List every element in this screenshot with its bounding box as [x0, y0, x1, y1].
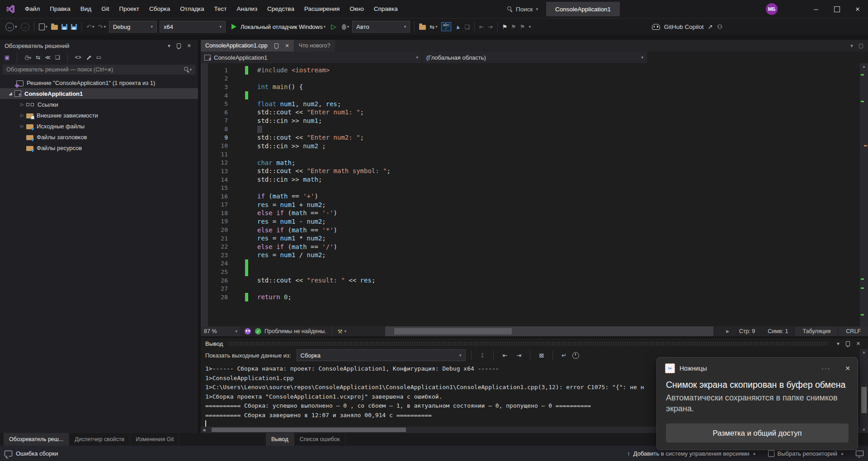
- solution-search-input[interactable]: Обозреватель решений — поиск (Ctrl+ж) ▾: [3, 65, 195, 75]
- tool-tab[interactable]: Список ошибок: [294, 433, 346, 446]
- platform-dropdown[interactable]: x64▾: [160, 21, 226, 33]
- add-to-source-control-button[interactable]: ↑ Добавить в систему управления версиями…: [627, 450, 756, 457]
- expander-icon[interactable]: ▷: [18, 124, 26, 128]
- search-box[interactable]: Поиск ▾: [507, 0, 538, 18]
- menu-item[interactable]: Отладка: [175, 0, 209, 18]
- zoom-dropdown[interactable]: 87 % ▾: [201, 326, 241, 336]
- close-button[interactable]: ✕: [847, 0, 868, 18]
- pending-changes-filter-icon[interactable]: ◷▾: [24, 54, 31, 61]
- next-message-icon[interactable]: ⇥: [513, 352, 524, 359]
- global-scope-dropdown[interactable]: (Глобальная область) ▾: [423, 52, 648, 63]
- menu-item[interactable]: Правка: [45, 0, 75, 18]
- line-indicator[interactable]: Стр: 9: [733, 328, 762, 334]
- tool-tab[interactable]: Диспетчер свойств: [69, 433, 130, 446]
- navigate-forward-button[interactable]: →: [19, 21, 31, 33]
- panel-menu-chevron-icon[interactable]: ▾: [165, 43, 174, 49]
- pin-icon[interactable]: [846, 341, 850, 346]
- watch-dropdown[interactable]: Авто▾: [352, 21, 410, 33]
- copy-icon[interactable]: ❏: [55, 54, 60, 61]
- sync-namespaces-button[interactable]: ⇆▾: [428, 21, 439, 33]
- save-button[interactable]: [60, 21, 69, 33]
- close-icon[interactable]: ✕: [845, 365, 850, 372]
- output-vertical-scrollbar[interactable]: ▲ ▼: [860, 349, 868, 433]
- menu-item[interactable]: Тест: [209, 0, 232, 18]
- tree-item[interactable]: ▷Внешние зависимости: [0, 110, 198, 121]
- live-share-icon[interactable]: ⚇: [717, 23, 722, 30]
- spell-checker-toggle[interactable]: abc✓: [439, 21, 453, 33]
- switch-views-icon[interactable]: ▣: [5, 54, 9, 61]
- sync-with-active-document-icon[interactable]: ⇆: [36, 54, 40, 61]
- markup-share-button[interactable]: Разметка и общий доступ: [666, 423, 849, 442]
- collapse-all-icon[interactable]: ≪: [45, 54, 51, 61]
- increase-indent-button[interactable]: ⇥: [486, 21, 495, 33]
- scroll-up-icon[interactable]: ▲: [860, 64, 868, 69]
- tree-item[interactable]: ▷Исходные файлы: [0, 121, 198, 132]
- close-icon[interactable]: ✕: [184, 43, 194, 49]
- minimize-button[interactable]: ─: [806, 0, 826, 18]
- tool-tab[interactable]: Изменения Git: [130, 433, 179, 446]
- find-in-files-button[interactable]: [417, 21, 428, 33]
- undo-button[interactable]: ↶▾: [85, 21, 96, 33]
- panel-menu-chevron-icon[interactable]: ▾: [834, 341, 843, 347]
- close-icon[interactable]: ✕: [285, 43, 289, 49]
- menu-item[interactable]: Вид: [75, 0, 96, 18]
- menu-item[interactable]: Окно: [344, 0, 368, 18]
- save-all-button[interactable]: [69, 21, 79, 33]
- menu-item[interactable]: Сборка: [144, 0, 175, 18]
- scroll-down-icon[interactable]: ▼: [860, 428, 868, 432]
- prev-bookmark-button[interactable]: ⚑: [509, 21, 518, 33]
- feedback-monitor-icon[interactable]: [856, 451, 863, 456]
- expander-icon[interactable]: ▷: [18, 113, 26, 118]
- chevron-down-icon[interactable]: ▾: [850, 43, 853, 49]
- output-source-dropdown[interactable]: Сборка ▾: [297, 349, 466, 361]
- user-avatar[interactable]: МБ: [766, 3, 778, 15]
- eol-indicator[interactable]: CRLF: [839, 326, 868, 336]
- toolbar-overflow-button[interactable]: ▾: [527, 21, 533, 33]
- word-wrap-icon[interactable]: ↵: [558, 352, 570, 359]
- copilot-status-icon[interactable]: [245, 328, 251, 334]
- code-editor[interactable]: 1#include <iostream>23int main() {45floa…: [201, 63, 860, 326]
- tool-tab[interactable]: Вывод: [266, 433, 294, 446]
- problems-status[interactable]: Проблемы не найдены.: [264, 328, 326, 334]
- editor-horizontal-scrollbar[interactable]: [385, 326, 713, 336]
- tree-item[interactable]: ◢ConsoleApplication1: [0, 88, 198, 99]
- pin-icon[interactable]: [177, 43, 181, 48]
- menu-item[interactable]: Файл: [20, 0, 45, 18]
- share-icon[interactable]: ↗: [708, 23, 713, 30]
- configuration-dropdown[interactable]: Debug▾: [109, 21, 157, 33]
- editor-tab[interactable]: Что нового?: [294, 40, 335, 52]
- menu-item[interactable]: Средства: [262, 0, 299, 18]
- code-cleanup-icon[interactable]: ⚒: [338, 328, 343, 335]
- menu-item[interactable]: Расширения: [299, 0, 345, 18]
- close-icon[interactable]: ✕: [853, 341, 863, 347]
- tree-item[interactable]: Файлы заголовков: [0, 132, 198, 142]
- tree-item[interactable]: Файлы ресурсов: [0, 142, 198, 153]
- new-project-button[interactable]: ▾: [37, 21, 50, 33]
- scroll-right-icon[interactable]: ▶: [723, 326, 733, 336]
- start-without-debugging-button[interactable]: ▷: [327, 21, 340, 33]
- editor-vertical-scrollbar[interactable]: ▲ ▼: [860, 63, 868, 336]
- tabs-spaces-indicator[interactable]: Табуляция: [795, 326, 838, 336]
- expander-icon[interactable]: ◢: [6, 91, 14, 96]
- open-file-button[interactable]: [49, 21, 60, 33]
- column-indicator[interactable]: Симв: 1: [761, 328, 794, 334]
- drag-grip[interactable]: [228, 342, 828, 345]
- tree-item[interactable]: Решение "ConsoleApplication1" (1 проекта…: [0, 77, 198, 88]
- menu-item[interactable]: Анализ: [232, 0, 263, 18]
- scrollbar-thumb[interactable]: [394, 328, 512, 334]
- clear-all-icon[interactable]: ⊠: [536, 352, 547, 359]
- previous-message-icon[interactable]: ⇤: [499, 352, 510, 359]
- redo-button[interactable]: ↷▾: [96, 21, 108, 33]
- hot-reload-button[interactable]: ▾: [340, 21, 351, 33]
- pin-icon[interactable]: [274, 43, 278, 48]
- menu-item[interactable]: Git: [96, 0, 114, 18]
- start-debugging-button[interactable]: Локальный отладчик Windows ▾: [227, 21, 327, 33]
- float-window-icon[interactable]: ▢: [859, 42, 863, 49]
- project-scope-dropdown[interactable]: ConsoleApplication1 ▾: [201, 52, 423, 63]
- menu-item[interactable]: Проект: [114, 0, 144, 18]
- properties-wrench-icon[interactable]: [86, 55, 92, 61]
- expander-icon[interactable]: ▷: [18, 102, 26, 107]
- view-code-icon[interactable]: <>: [75, 54, 81, 61]
- save-output-icon[interactable]: ↧: [477, 352, 488, 359]
- copilot-label[interactable]: GitHub Copilot: [664, 24, 704, 30]
